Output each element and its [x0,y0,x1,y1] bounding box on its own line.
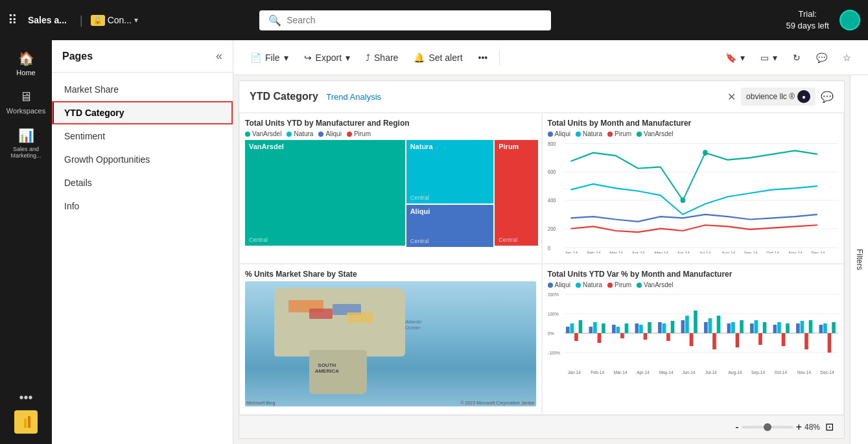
search-bar[interactable]: 🔍 [259,10,551,30]
svg-text:100%: 100% [548,312,559,316]
svg-text:Dec-14: Dec-14 [820,370,834,375]
page-item-ytd-category[interactable]: YTD Category [52,101,233,124]
bookmark-button[interactable]: 🔖 ▾ [719,49,751,67]
svg-text:Mar-14: Mar-14 [613,370,627,375]
treemap-title: Total Units YTD by Manufacturer and Regi… [245,119,536,128]
legend-color [245,132,250,137]
svg-rect-1 [24,419,27,428]
file-icon: 📄 [250,53,261,63]
zoom-slider[interactable] [742,426,793,428]
app-name: Sales a... [28,15,67,25]
star-icon: ☆ [843,53,851,63]
map-state-4 [347,312,373,322]
svg-text:400: 400 [548,198,556,204]
svg-rect-40 [593,322,597,333]
refresh-icon: ↻ [793,53,801,63]
bar-chart[interactable]: Total Units YTD Var % by Month and Manuf… [542,264,845,415]
svg-text:600: 600 [548,169,556,176]
pages-title: Pages [62,51,93,62]
toolbar: 📄 File ▾ ↪ Export ▾ ⤴ Share 🔔 Set alert … [233,40,868,75]
more-button[interactable]: ••• [472,49,495,67]
view-button[interactable]: ▭ ▾ [754,49,784,67]
refresh-button[interactable]: ↻ [786,49,807,67]
svg-text:0: 0 [548,245,551,251]
map-chart[interactable]: % Units Market Share by State [239,264,542,415]
map-copyright: © 2023 Microsoft Corporation Jantse [460,401,534,405]
map-attribution: Microsoft Bing [246,401,275,405]
chart-icon: 📊 [18,128,34,143]
page-item-growth[interactable]: Growth Opportunities [52,148,233,171]
trial-info: Trial: 59 days left [786,8,830,32]
svg-text:800: 800 [548,141,556,147]
search-input[interactable] [287,15,542,25]
svg-text:Jul-14: Jul-14 [699,251,710,253]
page-item-market-share[interactable]: Market Share [52,78,233,101]
svg-rect-50 [648,322,651,333]
comment-button[interactable]: 💬 [810,49,834,67]
svg-rect-62 [716,316,720,333]
grid-icon[interactable]: ⠿ [8,12,18,28]
treemap-chart[interactable]: Total Units YTD by Manufacturer and Regi… [239,113,542,264]
sidebar-item-workspaces[interactable]: 🖥 Workspaces [0,84,52,120]
treemap-legend: VanArsdel Natura Aliqui [245,130,536,137]
zoom-plus-button[interactable]: + [796,421,802,433]
home-icon: 🏠 [18,51,34,66]
svg-rect-54 [670,321,674,333]
svg-text:-100%: -100% [548,351,560,355]
legend-item-natura: Natura [287,130,313,137]
charts-grid: Total Units YTD by Manufacturer and Regi… [239,113,844,415]
sidebar-item-home[interactable]: 🏠 Home [0,45,52,82]
close-panel-icon[interactable]: ✕ [727,91,736,103]
svg-rect-48 [639,325,643,333]
svg-rect-56 [685,316,689,333]
filters-panel[interactable]: Filters [850,75,868,444]
file-button[interactable]: 📄 File ▾ [244,49,295,67]
svg-rect-49 [643,333,647,340]
page-item-info[interactable]: Info [52,194,233,218]
legend-item-vanarsdel: VanArsdel [245,130,281,137]
svg-rect-75 [796,323,800,333]
svg-rect-67 [750,323,754,333]
fit-button[interactable]: ⊡ [825,421,834,433]
line-chart[interactable]: Total Units by Month and Manufacturer Al… [542,113,845,264]
workspace-selector[interactable]: 🔒 Con... ▾ [91,15,138,26]
zoom-minus-button[interactable]: - [735,421,738,433]
svg-rect-74 [786,323,790,333]
export-button[interactable]: ↪ Export ▾ [298,49,357,67]
page-item-details[interactable]: Details [52,171,233,194]
svg-text:Jun-14: Jun-14 [677,251,690,253]
share-button[interactable]: ⤴ Share [359,49,405,67]
comment-icon[interactable]: 💬 [821,91,834,103]
svg-rect-73 [781,333,785,346]
star-button[interactable]: ☆ [836,49,858,67]
svg-rect-69 [758,333,762,345]
svg-rect-72 [777,322,781,333]
legend-item-natura: Natura [576,281,602,288]
svg-rect-80 [823,323,827,333]
pages-header: Pages « [52,40,233,73]
avatar[interactable] [839,10,860,30]
collapse-icon[interactable]: « [216,49,222,63]
sidebar-item-sales[interactable]: 📊 Sales and Marketing... [0,123,52,164]
legend-color [318,132,323,137]
svg-rect-65 [735,333,739,347]
pages-list: Market Share YTD Category Sentiment Grow… [52,73,233,223]
svg-text:Aug-14: Aug-14 [728,370,742,375]
svg-rect-59 [704,322,708,333]
legend-item-vanarsdel: VanArsdel [637,281,673,288]
treemap-cell-aliqui: Aliqui Central [406,205,494,247]
svg-point-14 [703,150,707,156]
legend-color [637,132,642,137]
zoom-level: 48% [804,423,820,432]
legend-color [548,132,553,137]
svg-rect-35 [566,327,570,333]
svg-text:0%: 0% [548,331,554,336]
pages-sidebar: Pages « Market Share YTD Category Sentim… [52,40,233,444]
set-alert-button[interactable]: 🔔 Set alert [407,49,469,67]
svg-text:Feb-14: Feb-14 [591,370,604,375]
report-title: YTD Category [250,91,318,102]
more-icon[interactable]: ••• [19,390,32,405]
page-item-sentiment[interactable]: Sentiment [52,124,233,148]
svg-rect-79 [819,325,823,333]
svg-rect-78 [808,320,812,333]
